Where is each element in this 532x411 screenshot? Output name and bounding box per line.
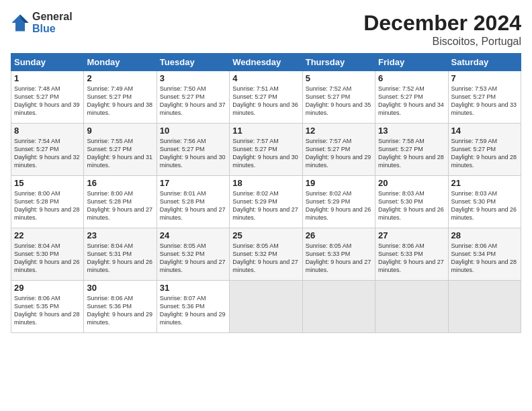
calendar-day: 21Sunrise: 8:03 AMSunset: 5:30 PMDayligh…: [448, 176, 521, 228]
day-info: Sunrise: 7:52 AMSunset: 5:27 PMDaylight:…: [378, 85, 445, 118]
day-number: 8: [14, 126, 81, 136]
calendar-day: 24Sunrise: 8:05 AMSunset: 5:32 PMDayligh…: [157, 228, 229, 281]
calendar-week: 22Sunrise: 8:04 AMSunset: 5:30 PMDayligh…: [11, 228, 521, 281]
day-info: Sunrise: 7:57 AMSunset: 5:27 PMDaylight:…: [232, 137, 299, 170]
day-number: 23: [87, 230, 153, 240]
calendar-day: 12Sunrise: 7:57 AMSunset: 5:27 PMDayligh…: [302, 124, 375, 176]
calendar-day: 4Sunrise: 7:51 AMSunset: 5:27 PMDaylight…: [230, 71, 302, 124]
day-info: Sunrise: 7:55 AMSunset: 5:27 PMDaylight:…: [87, 137, 153, 170]
calendar-day: 18Sunrise: 8:02 AMSunset: 5:29 PMDayligh…: [230, 176, 302, 228]
day-info: Sunrise: 7:52 AMSunset: 5:27 PMDaylight:…: [306, 85, 372, 118]
day-number: 10: [160, 126, 226, 136]
day-number: 6: [378, 73, 445, 83]
calendar-day: 17Sunrise: 8:01 AMSunset: 5:28 PMDayligh…: [157, 176, 229, 228]
calendar-day: [448, 281, 521, 333]
logo-blue: Blue: [32, 23, 73, 35]
day-number: 25: [232, 230, 299, 240]
header: General Blue December 2024 Biscoitos, Po…: [11, 11, 521, 48]
calendar-day: 9Sunrise: 7:55 AMSunset: 5:27 PMDaylight…: [84, 124, 157, 176]
day-number: 24: [160, 230, 226, 240]
calendar-day: 8Sunrise: 7:54 AMSunset: 5:27 PMDaylight…: [11, 124, 84, 176]
day-number: 12: [306, 126, 372, 136]
calendar-day: [302, 281, 375, 333]
day-number: 26: [306, 230, 372, 240]
logo-icon: [11, 13, 30, 32]
logo-general: General: [32, 11, 73, 23]
day-info: Sunrise: 8:06 AMSunset: 5:35 PMDaylight:…: [14, 294, 81, 327]
calendar-day: 23Sunrise: 8:04 AMSunset: 5:31 PMDayligh…: [84, 228, 157, 281]
day-info: Sunrise: 8:04 AMSunset: 5:31 PMDaylight:…: [87, 242, 153, 275]
day-info: Sunrise: 8:07 AMSunset: 5:36 PMDaylight:…: [160, 294, 226, 327]
calendar-table: SundayMondayTuesdayWednesdayThursdayFrid…: [11, 53, 521, 333]
calendar-day: 5Sunrise: 7:52 AMSunset: 5:27 PMDaylight…: [302, 71, 375, 124]
calendar-day: 3Sunrise: 7:50 AMSunset: 5:27 PMDaylight…: [157, 71, 229, 124]
calendar-day: 15Sunrise: 8:00 AMSunset: 5:28 PMDayligh…: [11, 176, 84, 228]
day-info: Sunrise: 8:06 AMSunset: 5:33 PMDaylight:…: [378, 242, 445, 275]
weekday-header: Saturday: [448, 54, 521, 71]
title-block: December 2024 Biscoitos, Portugal: [363, 11, 521, 48]
day-info: Sunrise: 8:05 AMSunset: 5:32 PMDaylight:…: [160, 242, 226, 275]
day-info: Sunrise: 8:03 AMSunset: 5:30 PMDaylight:…: [378, 189, 445, 222]
calendar-day: 31Sunrise: 8:07 AMSunset: 5:36 PMDayligh…: [157, 281, 229, 333]
day-number: 3: [160, 73, 226, 83]
day-number: 1: [14, 73, 81, 83]
calendar-day: 30Sunrise: 8:06 AMSunset: 5:36 PMDayligh…: [84, 281, 157, 333]
calendar-day: 7Sunrise: 7:53 AMSunset: 5:27 PMDaylight…: [448, 71, 521, 124]
day-number: 28: [451, 230, 518, 240]
calendar-week: 8Sunrise: 7:54 AMSunset: 5:27 PMDaylight…: [11, 124, 521, 176]
day-number: 30: [87, 283, 153, 293]
calendar-day: 16Sunrise: 8:00 AMSunset: 5:28 PMDayligh…: [84, 176, 157, 228]
day-number: 15: [14, 178, 81, 188]
month-title: December 2024: [363, 11, 521, 36]
day-number: 7: [451, 73, 518, 83]
day-info: Sunrise: 7:49 AMSunset: 5:27 PMDaylight:…: [87, 85, 153, 118]
day-number: 13: [378, 126, 445, 136]
day-info: Sunrise: 7:53 AMSunset: 5:27 PMDaylight:…: [451, 85, 518, 118]
calendar-day: 2Sunrise: 7:49 AMSunset: 5:27 PMDaylight…: [84, 71, 157, 124]
calendar-day: 10Sunrise: 7:56 AMSunset: 5:27 PMDayligh…: [157, 124, 229, 176]
calendar-day: 29Sunrise: 8:06 AMSunset: 5:35 PMDayligh…: [11, 281, 84, 333]
day-info: Sunrise: 8:00 AMSunset: 5:28 PMDaylight:…: [14, 189, 81, 222]
day-info: Sunrise: 7:59 AMSunset: 5:27 PMDaylight:…: [451, 137, 518, 170]
location-title: Biscoitos, Portugal: [363, 36, 521, 48]
calendar-day: 19Sunrise: 8:02 AMSunset: 5:29 PMDayligh…: [302, 176, 375, 228]
day-number: 20: [378, 178, 445, 188]
weekday-header: Wednesday: [230, 54, 302, 71]
day-info: Sunrise: 8:01 AMSunset: 5:28 PMDaylight:…: [160, 189, 226, 222]
logo: General Blue: [11, 11, 73, 34]
logo-text: General Blue: [32, 11, 73, 34]
day-number: 16: [87, 178, 153, 188]
day-info: Sunrise: 7:56 AMSunset: 5:27 PMDaylight:…: [160, 137, 226, 170]
weekday-header: Tuesday: [157, 54, 229, 71]
day-info: Sunrise: 8:03 AMSunset: 5:30 PMDaylight:…: [451, 189, 518, 222]
day-number: 11: [232, 126, 299, 136]
day-info: Sunrise: 8:05 AMSunset: 5:32 PMDaylight:…: [232, 242, 299, 275]
day-info: Sunrise: 7:48 AMSunset: 5:27 PMDaylight:…: [14, 85, 81, 118]
calendar-day: 11Sunrise: 7:57 AMSunset: 5:27 PMDayligh…: [230, 124, 302, 176]
calendar-day: 28Sunrise: 8:06 AMSunset: 5:34 PMDayligh…: [448, 228, 521, 281]
day-number: 21: [451, 178, 518, 188]
day-info: Sunrise: 7:54 AMSunset: 5:27 PMDaylight:…: [14, 137, 81, 170]
day-number: 31: [160, 283, 226, 293]
calendar-day: 13Sunrise: 7:58 AMSunset: 5:27 PMDayligh…: [375, 124, 448, 176]
calendar-day: 26Sunrise: 8:05 AMSunset: 5:33 PMDayligh…: [302, 228, 375, 281]
calendar-day: [375, 281, 448, 333]
day-info: Sunrise: 8:02 AMSunset: 5:29 PMDaylight:…: [306, 189, 372, 222]
day-number: 5: [306, 73, 372, 83]
day-number: 19: [306, 178, 372, 188]
weekday-header: Sunday: [11, 54, 84, 71]
day-info: Sunrise: 8:04 AMSunset: 5:30 PMDaylight:…: [14, 242, 81, 275]
day-number: 9: [87, 126, 153, 136]
calendar-day: [230, 281, 302, 333]
day-number: 17: [160, 178, 226, 188]
weekday-header: Monday: [84, 54, 157, 71]
day-number: 22: [14, 230, 81, 240]
day-number: 18: [232, 178, 299, 188]
weekday-header: Thursday: [302, 54, 375, 71]
calendar-week: 29Sunrise: 8:06 AMSunset: 5:35 PMDayligh…: [11, 281, 521, 333]
calendar-week: 1Sunrise: 7:48 AMSunset: 5:27 PMDaylight…: [11, 71, 521, 124]
day-number: 29: [14, 283, 81, 293]
page-container: General Blue December 2024 Biscoitos, Po…: [0, 0, 532, 338]
header-row: SundayMondayTuesdayWednesdayThursdayFrid…: [11, 54, 521, 71]
day-info: Sunrise: 8:05 AMSunset: 5:33 PMDaylight:…: [306, 242, 372, 275]
